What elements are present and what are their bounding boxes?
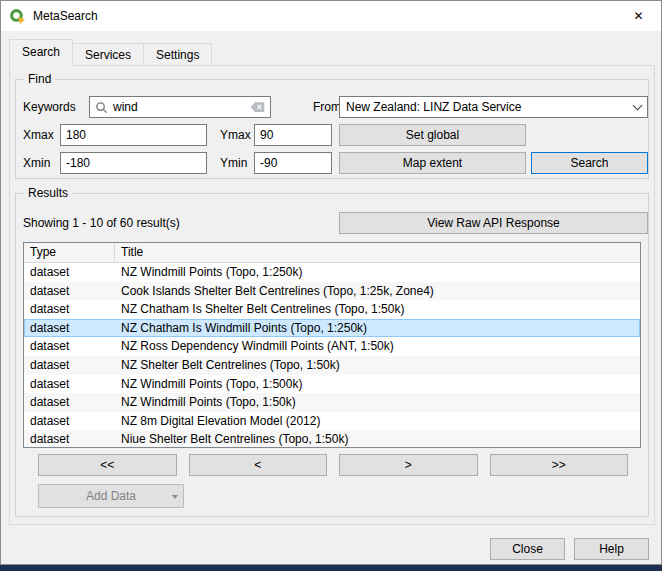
tab-bar: Search Services Settings [9, 39, 211, 65]
results-count-text: Showing 1 - 10 of 60 result(s) [23, 212, 180, 234]
table-row[interactable]: dataset NZ Chatham Is Shelter Belt Centr… [24, 300, 640, 319]
search-icon [95, 101, 108, 114]
help-button[interactable]: Help [574, 538, 649, 560]
ymin-input[interactable] [254, 152, 332, 174]
ymax-input[interactable] [254, 124, 332, 146]
cell-type: dataset [24, 263, 115, 282]
cell-type: dataset [24, 300, 115, 319]
clear-icon[interactable] [250, 101, 265, 113]
window-title: MetaSearch [33, 9, 98, 23]
keywords-label: Keywords [23, 96, 76, 118]
cell-title: NZ Windmill Points (Topo, 1:50k) [115, 393, 640, 412]
column-header-title[interactable]: Title [115, 243, 640, 262]
last-page-button[interactable]: >> [490, 454, 629, 476]
from-label: From [313, 96, 341, 118]
table-row[interactable]: dataset NZ Shelter Belt Centrelines (Top… [24, 356, 640, 375]
tab-search[interactable]: Search [9, 39, 73, 66]
tab-services[interactable]: Services [72, 43, 144, 65]
view-raw-api-button[interactable]: View Raw API Response [339, 212, 648, 234]
cell-title: Niue Shelter Belt Centrelines (Topo, 1:5… [115, 430, 640, 448]
cell-type: dataset [24, 319, 115, 338]
menu-arrow-icon [172, 495, 178, 499]
table-row-selected[interactable]: dataset NZ Chatham Is Windmill Points (T… [24, 319, 640, 338]
tab-settings[interactable]: Settings [143, 43, 212, 65]
add-data-label: Add Data [86, 489, 136, 503]
cell-type: dataset [24, 375, 115, 394]
table-row[interactable]: dataset Cook Islands Shelter Belt Centre… [24, 282, 640, 301]
xmin-label: Xmin [23, 152, 50, 174]
cell-title: NZ 8m Digital Elevation Model (2012) [115, 412, 640, 431]
search-button[interactable]: Search [531, 152, 648, 174]
ymax-label: Ymax [220, 124, 251, 146]
dropdown-arrow-icon [627, 97, 647, 117]
column-header-type[interactable]: Type [24, 243, 115, 262]
cell-title: NZ Chatham Is Shelter Belt Centrelines (… [115, 300, 640, 319]
cell-type: dataset [24, 337, 115, 356]
from-selected-value: New Zealand: LINZ Data Service [346, 100, 627, 114]
metasearch-window: MetaSearch ✕ Search Services Settings Fi… [0, 0, 662, 565]
cell-title: NZ Windmill Points (Topo, 1:250k) [115, 263, 640, 282]
ymin-label: Ymin [220, 152, 247, 174]
xmax-label: Xmax [23, 124, 54, 146]
close-icon: ✕ [633, 9, 643, 23]
cell-type: dataset [24, 412, 115, 431]
xmin-input[interactable] [60, 152, 207, 174]
table-row[interactable]: dataset NZ Windmill Points (Topo, 1:500k… [24, 375, 640, 394]
cell-title: NZ Windmill Points (Topo, 1:500k) [115, 375, 640, 394]
keywords-input[interactable] [113, 100, 250, 114]
from-combobox[interactable]: New Zealand: LINZ Data Service [339, 96, 648, 118]
xmax-input[interactable] [60, 124, 207, 146]
prev-page-button[interactable]: < [189, 454, 328, 476]
desktop-backdrop [0, 565, 662, 571]
find-groupbox: Find Keywords From New Zealand: LINZ Dat… [15, 79, 649, 179]
results-groupbox: Results Showing 1 - 10 of 60 result(s) V… [15, 193, 649, 517]
cell-title: NZ Chatham Is Windmill Points (Topo, 1:2… [115, 319, 640, 338]
table-header: Type Title [24, 243, 640, 263]
table-row[interactable]: dataset NZ Windmill Points (Topo, 1:250k… [24, 263, 640, 282]
cell-type: dataset [24, 393, 115, 412]
set-global-button[interactable]: Set global [339, 124, 526, 146]
pagination: << < > >> [38, 454, 628, 476]
titlebar[interactable]: MetaSearch ✕ [1, 1, 661, 31]
qgis-logo-icon [9, 8, 26, 25]
table-row[interactable]: dataset NZ 8m Digital Elevation Model (2… [24, 412, 640, 431]
next-page-button[interactable]: > [339, 454, 478, 476]
add-data-button[interactable]: Add Data [38, 484, 184, 508]
table-row[interactable]: dataset NZ Ross Dependency Windmill Poin… [24, 337, 640, 356]
map-extent-button[interactable]: Map extent [339, 152, 526, 174]
table-row[interactable]: dataset Niue Shelter Belt Centrelines (T… [24, 430, 640, 448]
keywords-search-box [89, 96, 271, 118]
results-group-label: Results [24, 186, 72, 201]
close-button[interactable]: Close [490, 538, 565, 560]
table-row[interactable]: dataset NZ Windmill Points (Topo, 1:50k) [24, 393, 640, 412]
results-table: Type Title dataset NZ Windmill Points (T… [23, 242, 641, 448]
cell-type: dataset [24, 356, 115, 375]
find-group-label: Find [24, 72, 55, 87]
cell-type: dataset [24, 282, 115, 301]
cell-type: dataset [24, 430, 115, 448]
window-close-button[interactable]: ✕ [616, 1, 661, 30]
cell-title: NZ Ross Dependency Windmill Points (ANT,… [115, 337, 640, 356]
cell-title: Cook Islands Shelter Belt Centrelines (T… [115, 282, 640, 301]
cell-title: NZ Shelter Belt Centrelines (Topo, 1:50k… [115, 356, 640, 375]
first-page-button[interactable]: << [38, 454, 177, 476]
